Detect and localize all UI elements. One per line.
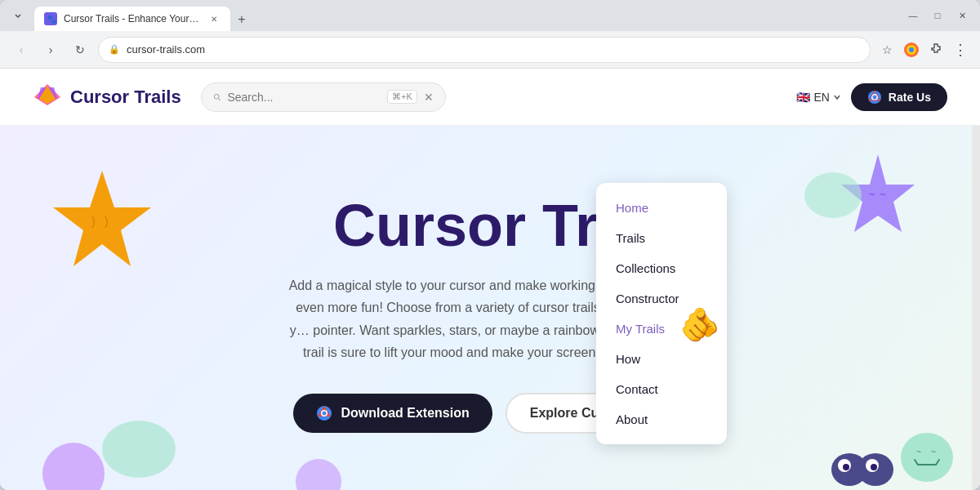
active-tab[interactable]: 🐾 Cursor Trails - Enhance Your Ch… ✕ <box>34 7 230 31</box>
star-yellow-deco: ) ) <box>49 167 155 276</box>
download-extension-btn[interactable]: Download Extension <box>293 394 492 433</box>
rate-btn-label: Rate Us <box>889 91 931 104</box>
reload-btn[interactable]: ↻ <box>69 38 91 61</box>
tab-favicon: 🐾 <box>44 12 57 25</box>
tab-bar: 🐾 Cursor Trails - Enhance Your Ch… ✕ + <box>34 0 897 31</box>
website-content: Cursor Trails ⌘+K ✕ 🇬🇧 EN <box>0 69 980 490</box>
chrome-icon <box>867 90 882 105</box>
url-text: cursor-trails.com <box>127 43 860 56</box>
site-navbar: Cursor Trails ⌘+K ✕ 🇬🇧 EN <box>0 69 980 126</box>
tab-dropdown-btn[interactable] <box>7 6 29 25</box>
svg-text:~: ~ <box>916 448 921 457</box>
svg-text:🐾: 🐾 <box>47 14 57 24</box>
logo-text: Cursor Trails <box>70 87 181 108</box>
search-shortcut: ⌘+K <box>387 90 417 104</box>
extensions-puzzle-btn[interactable] <box>926 40 946 60</box>
smiley-deco: ~ ~ <box>898 429 956 489</box>
svg-point-12 <box>872 95 876 99</box>
menu-item-contact[interactable]: Contact <box>596 374 727 404</box>
purple-small-deco <box>294 457 343 490</box>
title-bar-left <box>7 6 29 25</box>
search-input[interactable] <box>227 91 381 104</box>
blob-green-deco <box>98 416 180 485</box>
extension-colorful-btn[interactable] <box>902 40 921 60</box>
lock-icon: 🔒 <box>109 44 120 55</box>
svg-text:): ) <box>105 215 109 228</box>
menu-item-constructor[interactable]: Constructor <box>596 283 727 314</box>
menu-item-trails[interactable]: Trails <box>596 223 727 253</box>
menu-item-home[interactable]: Home <box>596 193 727 223</box>
window-controls: — □ ✕ <box>902 6 973 25</box>
browser-frame: 🐾 Cursor Trails - Enhance Your Ch… ✕ + —… <box>0 0 980 490</box>
svg-text:): ) <box>91 215 96 228</box>
logo-icon <box>33 82 62 112</box>
bookmark-btn[interactable]: ☆ <box>877 40 897 60</box>
lang-label: EN <box>813 91 829 104</box>
minimize-btn[interactable]: — <box>902 6 924 25</box>
menu-item-collections[interactable]: Collections <box>596 253 727 283</box>
tab-close-btn[interactable]: ✕ <box>207 12 220 25</box>
download-btn-label: Download Extension <box>341 406 469 421</box>
menu-btn[interactable]: ⋮ <box>951 40 970 60</box>
dropdown-menu: Home Trails Collections Constructor My T… <box>596 183 727 444</box>
search-clear-btn[interactable]: ✕ <box>424 91 434 104</box>
flag-icon: 🇬🇧 <box>796 91 810 104</box>
svg-point-37 <box>323 411 327 415</box>
svg-text:~: ~ <box>931 448 936 457</box>
svg-point-27 <box>843 464 849 470</box>
menu-item-how[interactable]: How <box>596 344 727 374</box>
svg-point-29 <box>901 433 953 482</box>
svg-text:~: ~ <box>880 188 886 200</box>
menu-item-my-trails[interactable]: My Trails <box>596 314 727 344</box>
search-bar[interactable]: ⌘+K ✕ <box>201 82 446 112</box>
back-btn[interactable]: ‹ <box>10 38 33 61</box>
close-btn[interactable]: ✕ <box>951 6 973 25</box>
address-bar: ‹ › ↻ 🔒 cursor-trails.com ☆ ⋮ <box>0 31 980 69</box>
svg-line-9 <box>218 98 220 100</box>
svg-marker-13 <box>53 171 151 266</box>
eyes-deco <box>825 425 898 490</box>
circle-purple-deco <box>41 441 106 490</box>
title-bar: 🐾 Cursor Trails - Enhance Your Ch… ✕ + —… <box>0 0 980 31</box>
svg-point-17 <box>42 443 105 490</box>
svg-point-22 <box>804 172 862 218</box>
svg-point-16 <box>102 421 176 478</box>
svg-point-4 <box>909 47 914 52</box>
svg-point-18 <box>296 459 341 490</box>
url-bar[interactable]: 🔒 cursor-trails.com <box>98 37 871 63</box>
site-logo: Cursor Trails <box>33 82 181 112</box>
menu-item-about[interactable]: About <box>596 404 727 434</box>
svg-point-8 <box>214 94 219 99</box>
forward-btn[interactable]: › <box>39 38 62 61</box>
chevron-down-icon <box>833 93 841 101</box>
hero-section: ) ) <box>0 126 980 490</box>
address-bar-right: ☆ ⋮ <box>877 40 970 60</box>
rate-us-btn[interactable]: Rate Us <box>851 83 947 111</box>
tab-title: Cursor Trails - Enhance Your Ch… <box>64 13 201 24</box>
svg-point-28 <box>871 464 877 470</box>
new-tab-btn[interactable]: + <box>230 8 253 31</box>
svg-text:~: ~ <box>869 188 875 200</box>
lang-selector[interactable]: 🇬🇧 EN <box>796 91 840 104</box>
green-blob2-deco <box>800 167 866 227</box>
chrome-btn-icon <box>316 405 332 421</box>
search-icon <box>213 91 221 103</box>
scrollbar[interactable] <box>972 69 980 490</box>
maximize-btn[interactable]: □ <box>926 6 949 25</box>
navbar-right: 🇬🇧 EN Rate Us <box>796 83 947 111</box>
